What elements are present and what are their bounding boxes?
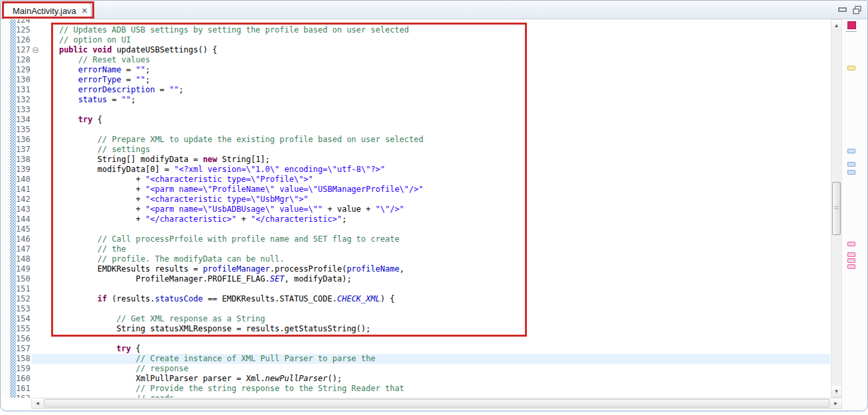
code-line[interactable]: 143 + "<parm name=\"UsbADBUsage\" value=… [16,205,830,214]
line-number[interactable]: 125 [16,25,32,35]
code-line[interactable]: 155 String statusXMLResponse = results.g… [16,324,830,334]
info-marker-icon[interactable] [847,162,855,167]
line-number[interactable]: 140 [16,175,32,185]
code-line[interactable]: 126 // option on UI [16,35,830,45]
line-number[interactable]: 151 [16,284,32,294]
line-number[interactable]: 160 [16,374,32,384]
code-line[interactable]: 149 EMDKResults results = profileManager… [16,264,830,274]
code-line[interactable]: 134 try { [16,115,830,125]
scroll-up-arrow-icon[interactable]: ▲ [832,20,841,31]
code-line[interactable]: 150 ProfileManager.PROFILE_FLAG.SET, mod… [16,274,830,284]
line-number[interactable]: 134 [16,115,32,125]
line-number[interactable]: 143 [16,205,32,214]
line-number[interactable]: 159 [16,364,32,374]
annotation-ruler[interactable] [1,19,10,398]
occurrence-marker-icon[interactable] [847,264,855,269]
code-line[interactable]: 137 // settings [16,145,830,155]
restore-view-icon[interactable] [853,5,862,15]
code-line[interactable]: 128 // Reset values [16,55,830,65]
line-number[interactable]: 131 [16,85,32,95]
line-number[interactable]: 153 [16,304,32,314]
line-number[interactable]: 158 [16,354,32,364]
code-line[interactable]: 129 errorName = ""; [16,65,830,75]
code-line[interactable]: 156 [16,334,830,344]
tab-close-icon[interactable]: ✕ [82,7,88,15]
line-number[interactable]: 127 [16,45,32,55]
code-line[interactable]: 145 [16,224,830,234]
line-number[interactable]: 146 [16,234,32,244]
code-line[interactable]: 154 // Get XML response as a String [16,314,830,324]
code-line[interactable]: 141 + "<parm name=\"ProfileName\" value=… [16,185,830,195]
occurrence-marker-icon[interactable] [847,252,855,257]
code-line[interactable]: 136 // Prepare XML to update the existin… [16,135,830,145]
line-number[interactable]: 130 [16,75,32,85]
code-line[interactable]: 132 status = ""; [16,95,830,105]
line-number[interactable]: 138 [16,155,32,165]
line-number[interactable]: 152 [16,294,32,304]
horizontal-scrollbar[interactable]: ◄ ► [31,398,842,409]
error-header-icon[interactable] [847,21,856,29]
scroll-down-arrow-icon[interactable]: ▼ [832,386,841,397]
code-line[interactable]: 148 // profile. The modifyData can be nu… [16,254,830,264]
code-line[interactable]: 157 try { [16,344,830,354]
info-marker-icon[interactable] [847,149,855,153]
overview-ruler[interactable] [843,19,866,409]
line-number[interactable]: 147 [16,244,32,254]
code-line[interactable]: 160 XmlPullParser parser = Xml.newPullPa… [16,374,830,384]
line-number[interactable]: 129 [16,65,32,75]
line-number[interactable]: 139 [16,165,32,175]
code-line[interactable]: 152 if (results.statusCode == EMDKResult… [16,294,830,304]
line-number[interactable]: 137 [16,145,32,155]
vertical-scrollbar-thumb[interactable] [832,182,841,235]
line-number[interactable]: 133 [16,105,32,115]
code-line[interactable]: 144 + "</characteristic>" + "</character… [16,214,830,224]
horizontal-scrollbar-thumb[interactable] [44,399,830,408]
code-line[interactable]: 127 public void updateUSBSettings() { [16,45,830,55]
occurrence-marker-icon[interactable] [847,242,855,246]
occurrence-marker-icon[interactable] [847,258,855,263]
scroll-left-arrow-icon[interactable]: ◄ [32,398,43,408]
line-number[interactable]: 141 [16,185,32,195]
code-line[interactable]: 131 errorDescription = ""; [16,85,830,95]
line-number[interactable]: 132 [16,95,32,105]
code-line[interactable]: 147 // the [16,244,830,254]
line-number[interactable]: 144 [16,214,32,224]
code-line[interactable]: 161 // Provide the string response to th… [16,384,830,394]
line-number[interactable]: 156 [16,334,32,344]
line-number[interactable]: 148 [16,254,32,264]
vertical-scrollbar[interactable]: ▲ ▼ [831,19,842,398]
code-line[interactable]: 146 // Call processPrfoile with profile … [16,234,830,244]
scroll-right-arrow-icon[interactable]: ► [830,398,841,408]
line-number[interactable]: 145 [16,224,32,234]
line-number[interactable]: 135 [16,125,32,135]
line-number[interactable]: 124 [16,19,32,25]
code-line[interactable]: 138 String[] modifyData = new String[1]; [16,155,830,165]
code-line[interactable]: 159 // response [16,364,830,374]
minimize-view-icon[interactable] [838,5,847,15]
line-number[interactable]: 155 [16,324,32,334]
line-number[interactable]: 136 [16,135,32,145]
code-line[interactable]: 135 [16,125,830,135]
info-marker-icon[interactable] [847,170,855,175]
code-line[interactable]: 151 [16,284,830,294]
line-number[interactable]: 150 [16,274,32,284]
tab-mainactivity[interactable]: J MainActivity.java ✕ [3,2,92,19]
code-editor[interactable]: 124125 // Updates ADB USB settings by se… [1,19,867,398]
code-line[interactable]: 133 [16,105,830,115]
line-number[interactable]: 154 [16,314,32,324]
task-marker-icon[interactable] [847,66,855,70]
line-number[interactable]: 161 [16,384,32,394]
code-line[interactable]: 153 [16,304,830,314]
line-number[interactable]: 126 [16,35,32,45]
line-number[interactable]: 157 [16,344,32,354]
line-number[interactable]: 128 [16,55,32,65]
code-line[interactable]: 140 + "<characteristic type=\"Profile\">… [16,175,830,185]
code-line[interactable]: 139 modifyData[0] = "<?xml version=\"1.0… [16,165,830,175]
line-number[interactable]: 149 [16,264,32,274]
code-line[interactable]: 130 errorType = ""; [16,75,830,85]
code-line[interactable]: 124 [16,19,830,25]
code-line[interactable]: 142 + "<characteristic type=\"UsbMgr\">" [16,195,830,205]
fold-collapse-icon[interactable] [32,45,40,55]
line-number[interactable]: 162 [16,394,32,398]
line-number[interactable]: 142 [16,195,32,205]
